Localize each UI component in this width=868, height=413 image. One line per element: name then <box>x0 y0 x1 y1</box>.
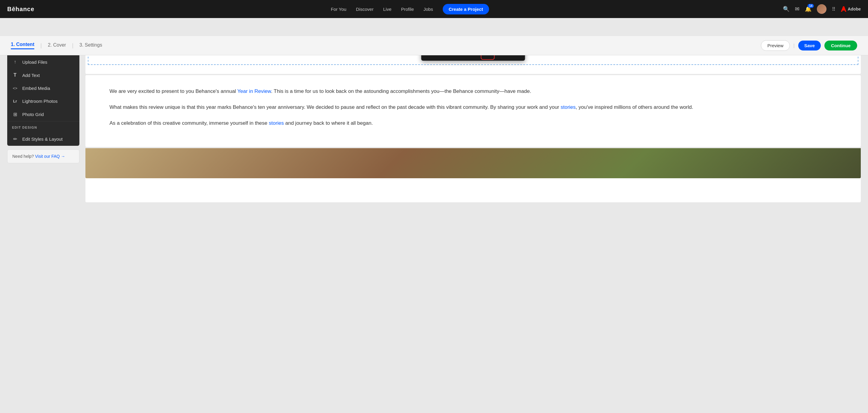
para1-text1: We are very excited to present to you Be… <box>110 88 237 94</box>
create-project-button[interactable]: Create a Project <box>443 4 489 14</box>
para3-text2: and journey back to where it all began. <box>284 120 373 126</box>
sidebar-panel: ADD MEDIA ↑ Upload Files T Add Text <> E… <box>7 44 80 146</box>
sidebar-label-photogrid: Photo Grid <box>22 112 44 117</box>
step-settings[interactable]: 3. Settings <box>80 42 102 49</box>
step-cover[interactable]: 2. Cover <box>48 42 66 49</box>
notifications-button[interactable]: 🔔 14 <box>805 6 811 12</box>
save-button[interactable]: Save <box>798 40 821 51</box>
help-text: Need help? <box>12 154 34 159</box>
image-strip <box>85 148 861 178</box>
topnav-right-actions: 🔍 ✉ 🔔 14 ⠿ Adobe <box>783 4 861 14</box>
brand-logo[interactable]: Bēhance <box>7 6 34 12</box>
upload-icon: ↑ <box>12 59 18 65</box>
paragraph-1: We are very excited to present to you Be… <box>110 87 837 96</box>
nav-discover[interactable]: Discover <box>356 7 374 12</box>
adobe-logo[interactable]: Adobe <box>841 6 861 12</box>
sidebar-item-edit-styles[interactable]: ✏ Edit Styles & Layout <box>7 132 80 146</box>
paragraph-2: What makes this review unique is that th… <box>110 103 837 112</box>
paragraph-3: As a celebration of this creative commun… <box>110 119 837 128</box>
photogrid-icon: ⊞ <box>12 112 18 117</box>
para1-text2: . This is a time for us to look back on … <box>271 88 531 94</box>
stories-link-1[interactable]: stories <box>561 104 576 110</box>
sidebar-item-lightroom[interactable]: Lr Lightroom Photos <box>7 95 80 107</box>
help-box: Need help? Visit our FAQ → <box>7 149 80 163</box>
embed-icon: <> <box>12 86 18 91</box>
sidebar-item-addtext[interactable]: T Add Text <box>7 68 80 82</box>
notification-badge: 14 <box>808 4 814 8</box>
sidebar: ADD MEDIA ↑ Upload Files T Add Text <> E… <box>7 44 80 406</box>
preview-button[interactable]: Preview <box>761 40 789 51</box>
year-in-review-link[interactable]: Year in Review <box>237 88 271 94</box>
text-module: We are very excited to present to you Be… <box>85 75 861 147</box>
para3-text1: As a celebration of this creative commun… <box>110 120 269 126</box>
stories-link-2[interactable]: stories <box>269 120 284 126</box>
sidebar-label-embed: Embed Media <box>22 86 50 91</box>
nav-jobs[interactable]: Jobs <box>424 7 433 12</box>
sidebar-label-addtext: Add Text <box>22 73 40 78</box>
edit-styles-icon: ✏ <box>12 136 18 142</box>
sidebar-item-photogrid[interactable]: ⊞ Photo Grid <box>7 107 80 121</box>
image-strip-module <box>85 148 861 202</box>
step-content[interactable]: 1. Content <box>11 42 34 49</box>
nav-live[interactable]: Live <box>383 7 392 12</box>
sidebar-item-embed[interactable]: <> Embed Media <box>7 82 80 95</box>
adobe-label: Adobe <box>847 7 861 11</box>
avatar[interactable] <box>817 4 827 14</box>
sidebar-label-edit-styles: Edit Styles & Layout <box>22 136 63 141</box>
para2-text1: What makes this review unique is that th… <box>110 104 561 110</box>
sidebar-label-lightroom: Lightroom Photos <box>22 99 58 104</box>
image-strip-bg <box>85 148 861 178</box>
search-button[interactable]: 🔍 <box>783 6 789 12</box>
messages-button[interactable]: ✉ <box>795 6 799 12</box>
para2-text2: , you've inspired millions of others aro… <box>576 104 693 110</box>
continue-button[interactable]: Continue <box>825 40 857 51</box>
steps-actions: Preview | Save Continue <box>761 40 857 51</box>
top-navigation: Bēhance For You Discover Live Profile Jo… <box>0 0 868 18</box>
step-divider-1: | <box>40 42 42 49</box>
lightroom-icon: Lr <box>12 99 18 103</box>
nav-links: For You Discover Live Profile Jobs Creat… <box>46 4 773 14</box>
svg-marker-0 <box>841 6 846 12</box>
sidebar-item-upload[interactable]: ↑ Upload Files <box>7 55 80 68</box>
step-divider-2: | <box>72 42 73 49</box>
edit-design-title: EDIT DESIGN <box>7 121 80 132</box>
text-icon: T <box>12 72 18 78</box>
apps-icon[interactable]: ⠿ <box>832 6 836 12</box>
sidebar-label-upload: Upload Files <box>22 60 47 65</box>
steps-bar: 1. Content | 2. Cover | 3. Settings Prev… <box>0 36 868 55</box>
nav-profile[interactable]: Profile <box>401 7 414 12</box>
content-area: Insert Media: T </> Lr <box>85 44 861 406</box>
help-link[interactable]: Visit our FAQ → <box>35 154 65 159</box>
main-layout: ADD MEDIA ↑ Upload Files T Add Text <> E… <box>0 37 868 413</box>
nav-for-you[interactable]: For You <box>331 7 346 12</box>
